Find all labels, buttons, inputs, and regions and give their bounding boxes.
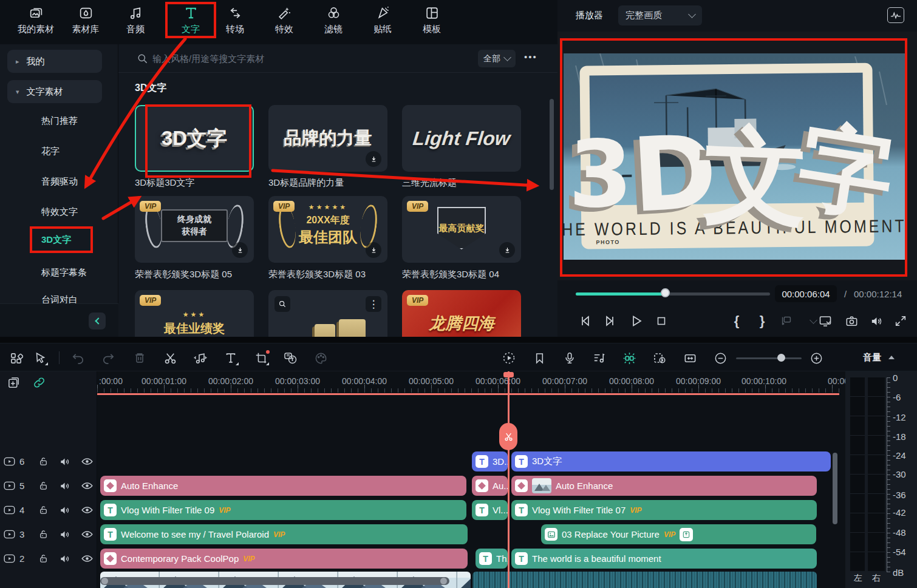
select-tool-button[interactable] <box>32 350 49 367</box>
filter-dropdown[interactable]: 全部 <box>478 50 516 67</box>
visibility-eye-icon[interactable] <box>78 528 96 541</box>
scrollbar-handle[interactable] <box>440 578 447 584</box>
nav-item-stickers[interactable]: 贴纸 <box>358 5 407 40</box>
quick-split-scissors-icon[interactable] <box>499 423 517 450</box>
timeline-clip[interactable]: Auto Enhance <box>100 476 466 496</box>
nav-item-templates[interactable]: 模板 <box>407 5 457 40</box>
render-preview-button[interactable] <box>500 350 517 367</box>
waveform-monitor-button[interactable] <box>887 7 904 23</box>
timeline-clip[interactable]: 03 Replace Your Picture VIP <box>541 524 816 544</box>
visibility-eye-icon[interactable] <box>78 479 96 492</box>
previous-frame-button[interactable] <box>574 311 595 331</box>
mirror-display-button[interactable] <box>815 311 836 331</box>
next-frame-button[interactable] <box>600 311 621 331</box>
playhead-handle[interactable] <box>503 372 514 377</box>
asset-card-award-03[interactable]: ★★★★★ 20XX年度 最佳团队 VIP <box>268 196 387 263</box>
redo-button[interactable] <box>100 350 117 367</box>
audio-mixer-button[interactable] <box>590 350 607 367</box>
timeline-clip[interactable]: Au.. <box>472 476 508 496</box>
lock-icon[interactable] <box>34 504 52 516</box>
sidebar-item-fancy-text[interactable]: 花字 <box>41 146 60 157</box>
timeline-vertical-scrollbar[interactable] <box>833 453 837 524</box>
play-button[interactable] <box>626 311 646 331</box>
mute-icon[interactable] <box>56 504 74 516</box>
asset-card-3d-text[interactable]: 3D文字 <box>135 105 254 172</box>
sidebar-item-effect-text[interactable]: 特效文字 <box>41 206 78 218</box>
timeline-ruler[interactable]: :00:00 00:00:01:00 00:00:02:00 00:00:03:… <box>97 371 845 394</box>
timeline-clip[interactable]: T Th... <box>476 549 508 569</box>
timeline-clip[interactable]: T 3D文字 <box>511 451 831 471</box>
delete-button[interactable] <box>131 350 148 367</box>
lock-icon[interactable] <box>34 480 52 492</box>
sidebar-group-my[interactable]: ▸ 我的 <box>7 50 102 73</box>
asset-card-best-performance[interactable]: ★★★ 最佳业绩奖 VIP <box>135 290 254 337</box>
mute-icon[interactable] <box>56 480 74 492</box>
asset-card-light-flow[interactable]: Light Flow <box>402 105 521 172</box>
marker-chevron-icon[interactable] <box>796 311 816 331</box>
download-icon[interactable] <box>366 242 381 258</box>
replace-picture-icon[interactable] <box>680 528 693 541</box>
timeline-clip[interactable]: Contemporary Pack CoolPop VIP <box>100 549 468 569</box>
timeline-clip[interactable]: T Vl... <box>472 500 508 520</box>
video-preview[interactable]: THE WORLD IS A BEAUTIFUL MOMENT PHOTO 3 … <box>564 53 905 260</box>
text-tool-button[interactable] <box>222 350 239 367</box>
audio-detach-button[interactable] <box>192 350 209 367</box>
stop-button[interactable] <box>651 311 672 331</box>
marker-flag-button[interactable] <box>531 350 548 367</box>
record-voiceover-button[interactable] <box>561 350 578 367</box>
media-layout-button[interactable] <box>7 350 24 367</box>
visibility-eye-icon[interactable] <box>78 455 96 468</box>
visibility-eye-icon[interactable] <box>78 504 96 516</box>
color-palette-button[interactable] <box>312 350 329 367</box>
nav-item-audio[interactable]: 音频 <box>111 5 160 40</box>
split-scissors-button[interactable] <box>162 350 179 367</box>
lock-icon[interactable] <box>34 456 52 467</box>
sidebar-group-text-assets[interactable]: ▾ 文字素材 <box>7 80 102 103</box>
zoom-in-button[interactable] <box>808 350 825 367</box>
asset-card-award-05[interactable]: 终身成就获得者 VIP <box>135 196 254 263</box>
timeline-clip[interactable]: T Vlog With Filter Title 09 VIP <box>100 500 466 520</box>
timeline-zoom-slider[interactable] <box>736 357 802 359</box>
collapse-panel-button[interactable] <box>89 313 106 329</box>
more-options-button[interactable]: ••• <box>524 52 542 65</box>
mute-icon[interactable] <box>56 456 74 468</box>
zoom-out-button[interactable] <box>712 350 729 367</box>
sidebar-item-hot[interactable]: 热门推荐 <box>41 115 78 127</box>
kebab-menu-icon[interactable] <box>366 296 381 312</box>
asset-card-dragon[interactable]: 龙腾四海 VIP <box>402 290 521 337</box>
timeline-clip[interactable]: T 3D.. <box>472 451 508 471</box>
seek-bar[interactable] <box>576 292 770 296</box>
mark-in-button[interactable]: { <box>726 311 747 331</box>
link-icon[interactable] <box>30 374 47 391</box>
auto-split-button[interactable] <box>621 350 638 367</box>
fullscreen-button[interactable] <box>890 311 911 331</box>
screen-record-button[interactable] <box>651 350 668 367</box>
content-scrollbar[interactable] <box>550 99 554 190</box>
quality-select[interactable]: 完整画质 <box>618 5 702 25</box>
download-icon[interactable] <box>366 151 381 167</box>
timeline-clip[interactable]: T Vlog With Filter Title 07 VIP <box>511 500 817 520</box>
nav-item-text[interactable]: 文字 <box>166 5 216 40</box>
mute-icon[interactable] <box>56 529 74 541</box>
marker-button[interactable] <box>776 311 797 331</box>
nav-item-filters[interactable]: 滤镜 <box>309 5 358 40</box>
sidebar-item-titles[interactable]: 标题字幕条 <box>41 267 87 279</box>
nav-item-effects[interactable]: 特效 <box>259 5 309 40</box>
download-icon[interactable] <box>499 242 515 258</box>
search-input[interactable] <box>152 49 468 67</box>
scrollbar-handle[interactable] <box>101 578 108 584</box>
undo-button[interactable] <box>69 350 86 367</box>
player-volume-button[interactable] <box>866 311 887 331</box>
volume-panel-title[interactable]: 音量 <box>863 352 881 363</box>
lock-icon[interactable] <box>34 553 52 564</box>
asset-card-brand-power[interactable]: 品牌的力量 <box>268 105 387 172</box>
timeline-clip[interactable]: Auto Enhance <box>511 476 817 496</box>
playhead[interactable] <box>508 371 510 588</box>
fit-timeline-button[interactable] <box>681 350 698 367</box>
audio-clip-waveform[interactable] <box>472 572 817 588</box>
visibility-eye-icon[interactable] <box>78 552 96 565</box>
mark-out-button[interactable]: } <box>752 311 772 331</box>
nav-item-transitions[interactable]: 转场 <box>210 5 260 40</box>
mute-icon[interactable] <box>56 553 74 565</box>
timeline-clip[interactable]: T The world is a beautiful moment <box>511 549 817 569</box>
